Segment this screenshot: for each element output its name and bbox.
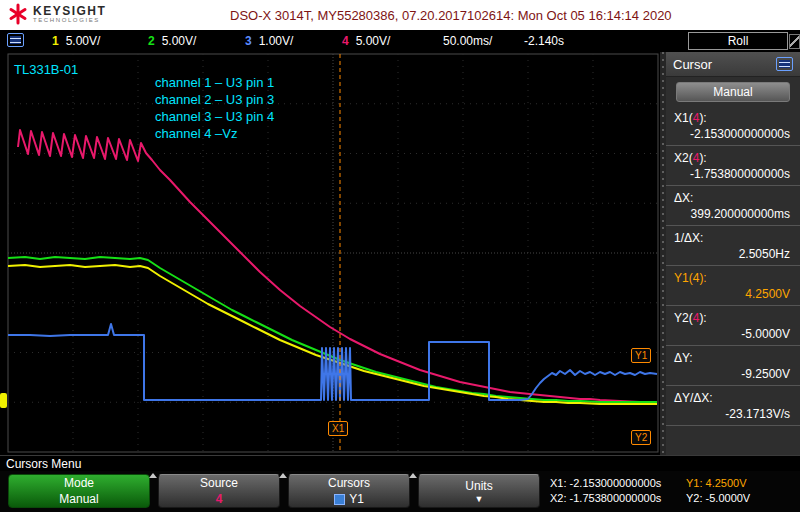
readout-y2: Y2: -5.0000V xyxy=(686,491,798,506)
channel-3-scale: 1.00V/ xyxy=(259,34,294,48)
brand-name: KEYSIGHT xyxy=(33,5,106,17)
softkey-mode[interactable]: Mode Manual xyxy=(8,474,150,508)
softkey-cursors[interactable]: Cursors Y1 xyxy=(288,474,410,508)
readout-y1: Y1: 4.2500V xyxy=(686,476,798,491)
softkey-chevron-icon xyxy=(279,473,287,478)
softkey-cursors-top-label: Cursors xyxy=(328,476,370,490)
softkey-menu: Mode Manual Source 4 Cursors Y1 Units ▼ … xyxy=(0,471,800,512)
cursor-row-inv-dx-label: 1/ΔX: xyxy=(674,230,790,246)
timebase-status[interactable]: 50.00ms/ xyxy=(443,34,492,48)
cursor-row-y1-label: Y1(4): xyxy=(674,270,790,286)
status-bar: 15.00V/ 25.00V/ 31.00V/ 45.00V/ 50.00ms/… xyxy=(0,30,800,52)
channel-4-status[interactable]: 45.00V/ xyxy=(342,34,390,48)
cursor-row-y1-value: 4.2500V xyxy=(674,286,790,302)
waveform-svg xyxy=(0,52,660,455)
cursor-row-slope-value: -23.1713V/s xyxy=(674,406,790,422)
softkey-mode-top-label: Mode xyxy=(64,476,94,490)
cursor-panel-header: Cursor xyxy=(666,52,800,77)
softkey-chevron-icon xyxy=(409,473,417,478)
cursor-y-readout: Y1: 4.2500V Y2: -5.0000V xyxy=(682,473,798,509)
cursor-row-y2-label: Y2(4): xyxy=(674,310,790,326)
cursor-y2-tag[interactable]: Y2 xyxy=(631,430,651,445)
device-label: TL331B-01 xyxy=(14,62,78,77)
annotation-line-3: channel 3 – U3 pin 4 xyxy=(155,108,274,125)
softkey-units-top-label: Units xyxy=(465,479,492,493)
cursor-row-dx-value: 399.200000000ms xyxy=(674,206,790,222)
cursor-x1-tag[interactable]: X1 xyxy=(328,421,348,436)
cursor-row-x1-label: X1(4): xyxy=(674,110,790,126)
annotation-line-1: channel 1 – U3 pin 1 xyxy=(155,74,274,91)
cursor-row-dx: ΔX: 399.200000000ms xyxy=(666,186,800,226)
readout-x1: X1: -2.153000000000s xyxy=(550,476,678,491)
scope-title: DSO-X 3014T, MY55280386, 07.20.201710261… xyxy=(230,8,672,23)
cursor-panel: Cursor Manual X1(4): -2.153000000000s X2… xyxy=(660,52,800,455)
softkey-mode-bottom-label: Manual xyxy=(59,492,98,506)
cursor-row-y2: Y2(4): -5.0000V xyxy=(666,306,800,346)
cursor-row-dy-label: ΔY: xyxy=(674,350,790,366)
cursor-row-y1: Y1(4): 4.2500V xyxy=(666,266,800,306)
cursor-source-icon xyxy=(334,494,345,505)
waveform-area: TL331B-01 channel 1 – U3 pin 1 channel 2… xyxy=(0,52,660,455)
cursor-row-y2-value: -5.0000V xyxy=(674,326,790,342)
cursor-row-inv-dx: 1/ΔX: 2.5050Hz xyxy=(666,226,800,266)
channel-3-number: 3 xyxy=(245,34,252,48)
softkey-source-bottom-label: 4 xyxy=(216,492,223,506)
softkey-source-top-label: Source xyxy=(200,476,238,490)
menu-title-bar: Cursors Menu xyxy=(0,455,800,471)
cursor-row-inv-dx-value: 2.5050Hz xyxy=(674,246,790,262)
cursor-row-dx-label: ΔX: xyxy=(674,190,790,206)
keysight-logo: KEYSIGHT TECHNOLOGIES xyxy=(8,3,106,25)
softkey-cursors-bottom: Y1 xyxy=(334,492,364,506)
readout-x2: X2: -1.753800000000s xyxy=(550,491,678,506)
cursor-row-slope-label: ΔY/ΔX: xyxy=(674,390,790,406)
cursor-row-dy: ΔY: -9.2500V xyxy=(666,346,800,386)
down-arrow-icon: ▼ xyxy=(475,495,484,504)
brand-subtitle: TECHNOLOGIES xyxy=(33,17,106,24)
keysight-spark-icon xyxy=(8,3,28,25)
softkey-cursors-bottom-label: Y1 xyxy=(349,492,364,506)
ch1-ground-marker[interactable] xyxy=(0,393,7,408)
cursor-x-readout: X1: -2.153000000000s X2: -1.753800000000… xyxy=(546,473,678,509)
oscilloscope-screen: KEYSIGHT TECHNOLOGIES DSO-X 3014T, MY552… xyxy=(0,0,800,512)
channel-1-number: 1 xyxy=(52,34,59,48)
brand-text: KEYSIGHT TECHNOLOGIES xyxy=(33,5,106,24)
cursor-mode-button[interactable]: Manual xyxy=(676,82,790,102)
channel-4-scale: 5.00V/ xyxy=(356,34,391,48)
cursor-row-x2-label: X2(4): xyxy=(674,150,790,166)
channel-1-status[interactable]: 15.00V/ xyxy=(52,34,100,48)
cursor-row-x1: X1(4): -2.153000000000s xyxy=(666,106,800,146)
channel-2-number: 2 xyxy=(148,34,155,48)
trace-ch3 xyxy=(8,324,657,400)
cursor-row-dy-value: -9.2500V xyxy=(674,366,790,382)
cursor-panel-title: Cursor xyxy=(673,57,776,72)
menu-title: Cursors Menu xyxy=(6,457,81,471)
acquisition-mode-badge: Roll xyxy=(688,32,788,50)
annotation-line-4: channel 4 –Vz xyxy=(155,125,274,142)
channel-2-status[interactable]: 25.00V/ xyxy=(148,34,196,48)
annotation-line-2: channel 2 – U3 pin 3 xyxy=(155,91,274,108)
cursor-y1-tag[interactable]: Y1 xyxy=(631,348,651,363)
channel-annotations: channel 1 – U3 pin 1 channel 2 – U3 pin … xyxy=(155,74,274,142)
channel-3-status[interactable]: 31.00V/ xyxy=(245,34,293,48)
menu-icon[interactable] xyxy=(7,33,24,47)
softkey-units[interactable]: Units ▼ xyxy=(418,474,540,508)
cursor-row-x2-value: -1.753800000000s xyxy=(674,166,790,182)
softkey-chevron-icon xyxy=(149,473,157,478)
softkey-source[interactable]: Source 4 xyxy=(158,474,280,508)
expand-icon[interactable] xyxy=(789,34,800,49)
cursor-row-slope: ΔY/ΔX: -23.1713V/s xyxy=(666,386,800,426)
cursor-row-x2: X2(4): -1.753800000000s xyxy=(666,146,800,186)
channel-2-scale: 5.00V/ xyxy=(162,34,197,48)
channel-1-scale: 5.00V/ xyxy=(66,34,101,48)
cursor-row-x1-value: -2.153000000000s xyxy=(674,126,790,142)
top-bar: KEYSIGHT TECHNOLOGIES DSO-X 3014T, MY552… xyxy=(0,0,800,30)
panel-grip-handle[interactable] xyxy=(660,52,666,455)
panel-menu-icon[interactable] xyxy=(776,57,793,71)
delay-status[interactable]: -2.140s xyxy=(524,34,564,48)
channel-4-number: 4 xyxy=(342,34,349,48)
